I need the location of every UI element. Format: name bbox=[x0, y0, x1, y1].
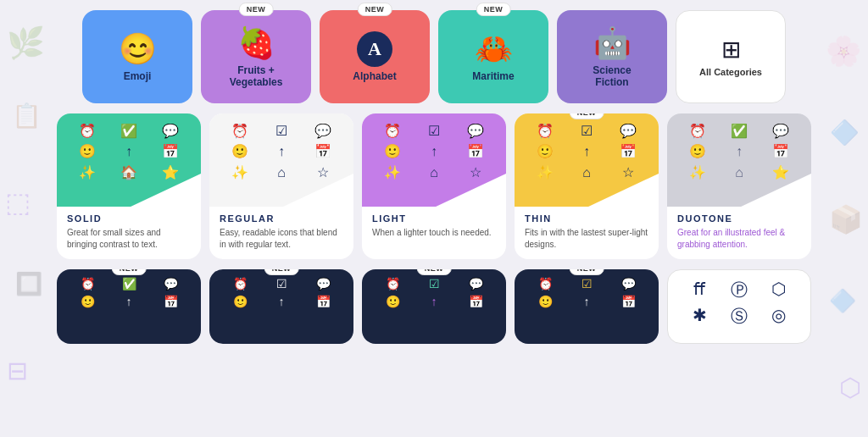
style-card-solid[interactable]: ⏰ ✅ 💬 🙂 ↑ 📅 ✨ 🏠 ⭐ SOLID Great for small … bbox=[57, 113, 201, 259]
style-card-bottom-solid: SOLID Great for small sizes and bringing… bbox=[57, 207, 201, 259]
cat-card-emoji[interactable]: 😊 Emoji bbox=[82, 10, 192, 103]
emoji-icon: 😊 bbox=[119, 31, 157, 67]
icon-chat-t: 💬 bbox=[609, 122, 648, 141]
new-badge-dark4: NEW bbox=[570, 269, 604, 275]
icon-alarm-l: ⏰ bbox=[372, 122, 412, 141]
icon-smile-l: 🙂 bbox=[372, 142, 412, 161]
dark-icon-grid-2: ⏰ ☑ 💬 🙂 ↑ 📅 bbox=[209, 269, 353, 331]
bg-deco-right3: 📦 bbox=[829, 203, 863, 235]
categories-row: 😊 Emoji NEW 🍓 Fruits +Vegetables NEW A A… bbox=[51, 10, 817, 103]
bg-deco-right4: 🔷 bbox=[829, 288, 856, 314]
style-card-light[interactable]: ⏰ ☑ 💬 🙂 ↑ 📅 ✨ ⌂ ☆ LIGHT When a lighter t… bbox=[362, 113, 506, 259]
icon-cal-l: 📅 bbox=[456, 142, 496, 161]
d1-chat: 💬 bbox=[150, 276, 191, 293]
style-desc-thin: Fits in with the lastest super-light des… bbox=[525, 227, 648, 251]
slack-icon: ✱ bbox=[682, 305, 718, 328]
fruits-icon: 🍓 bbox=[237, 25, 275, 61]
facebook-icon: ﬀ bbox=[682, 279, 718, 301]
d3-chat: 💬 bbox=[455, 276, 496, 293]
icon-cal: 📅 bbox=[151, 142, 191, 161]
new-badge-dark2: NEW bbox=[264, 269, 299, 275]
cat-card-scifi[interactable]: 🤖 ScienceFiction bbox=[557, 10, 667, 103]
style-card-top-thin: ⏰ ☑ 💬 🙂 ↑ 📅 ✨ ⌂ ☆ bbox=[515, 113, 659, 207]
dark-card-2[interactable]: NEW ⏰ ☑ 💬 🙂 ↑ 📅 bbox=[209, 269, 353, 344]
bg-deco-right5: ⬡ bbox=[839, 373, 861, 402]
cat-card-maritime[interactable]: NEW 🦀 Maritime bbox=[438, 10, 548, 103]
brand-icons-grid: ﬀ Ⓟ ⬡ ✱ Ⓢ ◎ bbox=[668, 270, 810, 336]
d1-check: ✅ bbox=[108, 276, 149, 293]
icon-up-l: ↑ bbox=[414, 142, 453, 161]
bg-deco-right1: 🌸 bbox=[826, 34, 861, 68]
cat-card-all[interactable]: ⊞ All Categories bbox=[676, 10, 786, 103]
icon-check: ✅ bbox=[108, 122, 148, 141]
bg-deco-left2: 📋 bbox=[12, 102, 42, 130]
icon-check-t: ☑ bbox=[566, 122, 606, 141]
all-categories-icon: ⊞ bbox=[721, 36, 741, 64]
d4-up: ↑ bbox=[566, 294, 607, 311]
icon-star-d: ⭐ bbox=[761, 163, 801, 182]
instagram-icon: ◎ bbox=[760, 305, 797, 328]
icon-alarm-d: ⏰ bbox=[677, 122, 717, 141]
style-card-duotone[interactable]: ⏰ ✅ 💬 🙂 ↑ 📅 ✨ ⌂ ⭐ DUOTONE Great for an i… bbox=[667, 113, 811, 259]
style-card-top-solid: ⏰ ✅ 💬 🙂 ↑ 📅 ✨ 🏠 ⭐ bbox=[57, 113, 201, 207]
d3-check: ☑ bbox=[414, 276, 454, 293]
icon-magic-l: ✨ bbox=[372, 163, 412, 182]
d3-cal: 📅 bbox=[455, 294, 496, 311]
alphabet-icon: A bbox=[357, 31, 392, 67]
style-card-top-regular: ⏰ ☑ 💬 🙂 ↑ 📅 ✨ ⌂ ☆ bbox=[209, 113, 353, 207]
thin-icon-grid: ⏰ ☑ 💬 🙂 ↑ 📅 ✨ ⌂ ☆ bbox=[515, 113, 659, 187]
icon-up-t: ↑ bbox=[566, 142, 606, 161]
dark-icon-grid-1: ⏰ ✅ 💬 🙂 ↑ 📅 bbox=[57, 269, 201, 331]
bg-deco-left3: ⬚ bbox=[5, 186, 31, 218]
new-badge-maritime: NEW bbox=[476, 3, 511, 16]
duotone-icon-grid: ⏰ ✅ 💬 🙂 ↑ 📅 ✨ ⌂ ⭐ bbox=[667, 113, 811, 187]
icon-smile-t: 🙂 bbox=[525, 142, 565, 161]
new-badge-dark3: NEW bbox=[417, 269, 452, 275]
icon-star-r: ☆ bbox=[303, 163, 343, 182]
icon-magic: ✨ bbox=[67, 163, 107, 182]
d1-cal: 📅 bbox=[150, 294, 191, 311]
brand-icons-card[interactable]: ﬀ Ⓟ ⬡ ✱ Ⓢ ◎ bbox=[667, 269, 811, 344]
style-card-regular[interactable]: ⏰ ☑ 💬 🙂 ↑ 📅 ✨ ⌂ ☆ REGULAR Easy, readable… bbox=[209, 113, 353, 259]
icon-chat-r: 💬 bbox=[303, 122, 343, 141]
icon-cal-t: 📅 bbox=[609, 142, 648, 161]
threads-icon: Ⓢ bbox=[721, 305, 758, 328]
icon-home-r: ⌂ bbox=[261, 163, 301, 182]
d3-up: ↑ bbox=[414, 294, 454, 311]
bg-deco-right2: 🔷 bbox=[830, 119, 860, 147]
d3-alarm: ⏰ bbox=[372, 276, 413, 293]
bg-deco-left1: 🌿 bbox=[7, 25, 45, 61]
dark-card-3[interactable]: NEW ⏰ ☑ 💬 🙂 ↑ 📅 bbox=[362, 269, 506, 344]
icon-magic-t: ✨ bbox=[525, 163, 565, 182]
d3-smile: 🙂 bbox=[372, 294, 413, 311]
style-desc-solid: Great for small sizes and bringing contr… bbox=[67, 227, 191, 251]
main-container: 🌿 📋 ⬚ 🔲 ⊟ 🌸 🔷 📦 🔷 ⬡ 😊 Emoji NEW 🍓 Fruits… bbox=[0, 0, 868, 437]
icon-cal-d: 📅 bbox=[761, 142, 801, 161]
style-card-thin[interactable]: NEW ⏰ ☑ 💬 🙂 ↑ 📅 ✨ ⌂ ☆ THIN Fits in with … bbox=[515, 113, 659, 259]
d4-alarm: ⏰ bbox=[525, 276, 565, 293]
icon-star-t: ☆ bbox=[609, 163, 648, 182]
icon-chat-d: 💬 bbox=[761, 122, 801, 141]
dark-card-1[interactable]: NEW ⏰ ✅ 💬 🙂 ↑ 📅 bbox=[57, 269, 201, 344]
icon-home-t: ⌂ bbox=[566, 163, 606, 182]
icon-chat-l: 💬 bbox=[456, 122, 496, 141]
dark-icon-grid-3: ⏰ ☑ 💬 🙂 ↑ 📅 bbox=[362, 269, 506, 331]
icon-up-d: ↑ bbox=[719, 142, 759, 161]
icon-check-l: ☑ bbox=[414, 122, 453, 141]
d1-up: ↑ bbox=[108, 294, 149, 311]
bg-deco-left4: 🔲 bbox=[15, 271, 42, 297]
icon-smile-r: 🙂 bbox=[220, 142, 259, 161]
d4-chat: 💬 bbox=[608, 276, 648, 293]
regular-icon-grid: ⏰ ☑ 💬 🙂 ↑ 📅 ✨ ⌂ ☆ bbox=[209, 113, 353, 187]
paypal-icon: Ⓟ bbox=[721, 279, 758, 301]
cat-card-alphabet[interactable]: NEW A Alphabet bbox=[320, 10, 430, 103]
bg-deco-left5: ⊟ bbox=[7, 356, 28, 385]
style-card-top-light: ⏰ ☑ 💬 🙂 ↑ 📅 ✨ ⌂ ☆ bbox=[362, 113, 506, 207]
dark-card-4[interactable]: NEW ⏰ ☑ 💬 🙂 ↑ 📅 bbox=[515, 269, 659, 344]
d1-smile: 🙂 bbox=[67, 294, 108, 311]
style-name-thin: THIN bbox=[525, 213, 648, 224]
cat-card-fruits[interactable]: NEW 🍓 Fruits +Vegetables bbox=[201, 10, 311, 103]
dark-row: NEW ⏰ ✅ 💬 🙂 ↑ 📅 NEW ⏰ ☑ 💬 🙂 ↑ 📅 bbox=[51, 269, 817, 344]
icon-star-l: ☆ bbox=[456, 163, 496, 182]
icon-star: ⭐ bbox=[151, 163, 191, 182]
